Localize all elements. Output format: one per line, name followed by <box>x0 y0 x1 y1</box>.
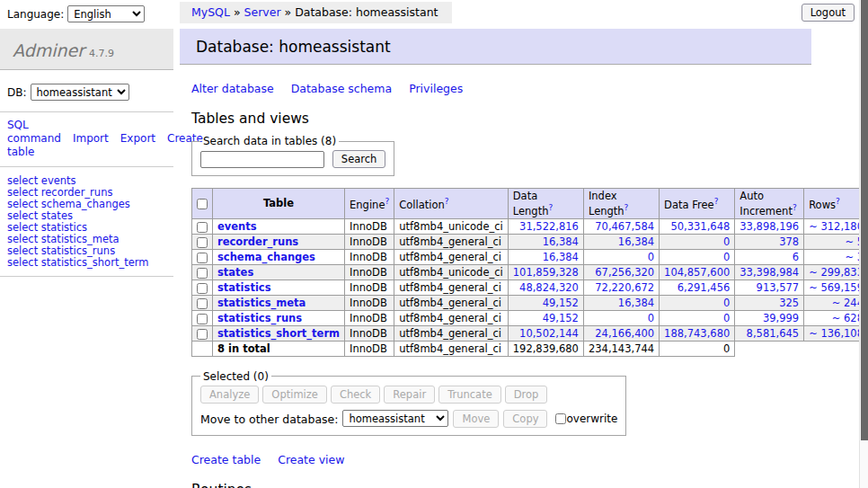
table-name-link[interactable]: events <box>217 220 257 233</box>
sidebar-select-statistics-short-term-link[interactable]: select statistics_short_term <box>7 257 166 269</box>
index-length-link[interactable]: 0 <box>648 251 654 263</box>
table-name-cell: statistics_short_term <box>213 325 345 341</box>
index-length-link[interactable]: 72,220,672 <box>595 281 654 294</box>
help-link-data-free[interactable]: ? <box>714 197 719 206</box>
drop-button[interactable]: Drop <box>505 386 548 404</box>
copy-button[interactable]: Copy <box>503 410 547 428</box>
data-free-cell: 0 <box>660 295 735 310</box>
data-free-link[interactable]: 6,291,456 <box>678 281 731 294</box>
main-content: Database: homeassistant Alter databaseDa… <box>180 0 811 488</box>
table-name-link[interactable]: schema_changes <box>217 251 315 263</box>
index-length-link[interactable]: 70,467,584 <box>595 220 654 233</box>
db-select[interactable]: homeassistant <box>31 84 129 101</box>
table-name-cell: events <box>213 218 345 234</box>
help-link-rows[interactable]: ? <box>836 197 840 206</box>
select-all-checkbox[interactable] <box>197 199 208 209</box>
scrollbar-thumb[interactable] <box>861 0 868 440</box>
auto-increment-link[interactable]: 913,577 <box>757 281 800 294</box>
create-view-link[interactable]: Create view <box>278 453 344 466</box>
collation-cell: utf8mb4_general_ci <box>394 234 509 249</box>
row-checkbox-cell <box>192 264 213 279</box>
export-link[interactable]: Export <box>120 132 155 145</box>
index-length-link[interactable]: 16,384 <box>618 297 654 309</box>
row-checkbox[interactable] <box>197 253 208 263</box>
auto-increment-link[interactable]: 33,398,984 <box>740 266 799 279</box>
optimize-button[interactable]: Optimize <box>262 386 327 404</box>
data-length-cell: 10,502,144 <box>508 325 583 341</box>
data-length-link[interactable]: 16,384 <box>543 235 579 248</box>
data-free-link[interactable]: 104,857,600 <box>664 266 730 279</box>
search-input[interactable] <box>200 151 324 168</box>
data-free-link[interactable]: 0 <box>723 297 730 309</box>
import-link[interactable]: Import <box>73 132 109 145</box>
table-name-link[interactable]: statistics_runs <box>217 312 302 324</box>
data-length-link[interactable]: 10,502,144 <box>519 327 579 340</box>
data-free-link[interactable]: 50,331,648 <box>670 220 730 233</box>
auto-increment-link[interactable]: 8,581,645 <box>747 327 800 340</box>
help-link-auto-increment[interactable]: ? <box>793 203 797 212</box>
row-checkbox[interactable] <box>197 298 208 309</box>
row-checkbox[interactable] <box>197 237 208 248</box>
auto-increment-link[interactable]: 378 <box>779 235 799 248</box>
data-length-cell: 49,152 <box>508 295 583 310</box>
sql-command-link[interactable]: SQL command <box>7 119 61 145</box>
overwrite-checkbox[interactable] <box>555 413 566 424</box>
rows-estimate-link[interactable]: ~ 569,159 <box>809 281 864 294</box>
truncate-button[interactable]: Truncate <box>438 386 501 404</box>
create-table-link[interactable]: Create table <box>191 453 261 466</box>
privileges-link[interactable]: Privileges <box>409 82 463 95</box>
data-length-link[interactable]: 101,859,328 <box>513 266 579 279</box>
data-length-link[interactable]: 31,522,816 <box>519 220 579 233</box>
row-checkbox[interactable] <box>197 329 208 340</box>
scrollbar[interactable] <box>859 0 868 488</box>
index-length-link[interactable]: 0 <box>648 312 654 324</box>
help-link-data-length[interactable]: ? <box>548 203 553 212</box>
check-button[interactable]: Check <box>331 386 380 404</box>
index-length-cell: 67,256,320 <box>583 264 659 279</box>
data-free-link[interactable]: 188,743,680 <box>664 327 730 340</box>
data-length-link[interactable]: 49,152 <box>543 297 579 309</box>
help-link-engine[interactable]: ? <box>385 197 389 206</box>
alter-database-link[interactable]: Alter database <box>191 82 274 95</box>
rows-estimate-link[interactable]: ~ 299,833 <box>809 266 864 279</box>
help-link-index-length[interactable]: ? <box>624 203 629 212</box>
database-schema-link[interactable]: Database schema <box>291 82 392 95</box>
index-length-link[interactable]: 16,384 <box>618 235 654 248</box>
auto-increment-link[interactable]: 6 <box>793 251 799 263</box>
move-button[interactable]: Move <box>453 410 499 428</box>
data-free-link[interactable]: 0 <box>723 251 730 263</box>
help-link-collation[interactable]: ? <box>445 197 449 206</box>
data-free-link[interactable]: 0 <box>723 312 730 324</box>
analyze-button[interactable]: Analyze <box>200 386 259 404</box>
row-checkbox[interactable] <box>197 283 208 294</box>
language-select[interactable]: English <box>67 5 145 22</box>
data-length-link[interactable]: 16,384 <box>543 251 579 263</box>
table-name-link[interactable]: recorder_runs <box>217 235 298 248</box>
total-index-length-cell: 234,143,744 <box>583 341 659 356</box>
search-button[interactable]: Search <box>332 150 386 168</box>
auto-increment-link[interactable]: 33,898,196 <box>740 220 799 233</box>
repair-button[interactable]: Repair <box>384 386 435 404</box>
data-length-link[interactable]: 48,824,320 <box>519 281 579 294</box>
data-free-link[interactable]: 0 <box>723 235 730 248</box>
auto-increment-link[interactable]: 325 <box>779 297 799 309</box>
tables-table: TableEngine?Collation?Data Length?Index … <box>191 188 868 357</box>
move-db-select[interactable]: homeassistant <box>342 410 448 427</box>
index-length-link[interactable]: 24,166,400 <box>595 327 654 340</box>
rows-estimate-link[interactable]: ~ 312,180 <box>809 220 864 233</box>
row-checkbox[interactable] <box>197 268 208 279</box>
table-name-link[interactable]: states <box>217 266 253 279</box>
table-name-link[interactable]: statistics <box>217 281 271 294</box>
data-length-link[interactable]: 49,152 <box>543 312 579 324</box>
data-free-cell: 0 <box>660 249 735 264</box>
table-name-link[interactable]: statistics_short_term <box>217 327 340 340</box>
table-name-link[interactable]: statistics_meta <box>217 297 306 309</box>
row-checkbox[interactable] <box>197 314 208 324</box>
rows-estimate-link[interactable]: ~ 136,108 <box>809 327 864 340</box>
auto-increment-link[interactable]: 39,999 <box>763 312 799 324</box>
table-row: recorder_runsInnoDButf8mb4_general_ci16,… <box>192 234 868 249</box>
selected-buttons: AnalyzeOptimizeCheckRepairTruncateDrop <box>200 386 617 404</box>
index-length-link[interactable]: 67,256,320 <box>595 266 654 279</box>
auto-increment-cell: 6 <box>735 249 804 264</box>
row-checkbox[interactable] <box>197 222 208 233</box>
